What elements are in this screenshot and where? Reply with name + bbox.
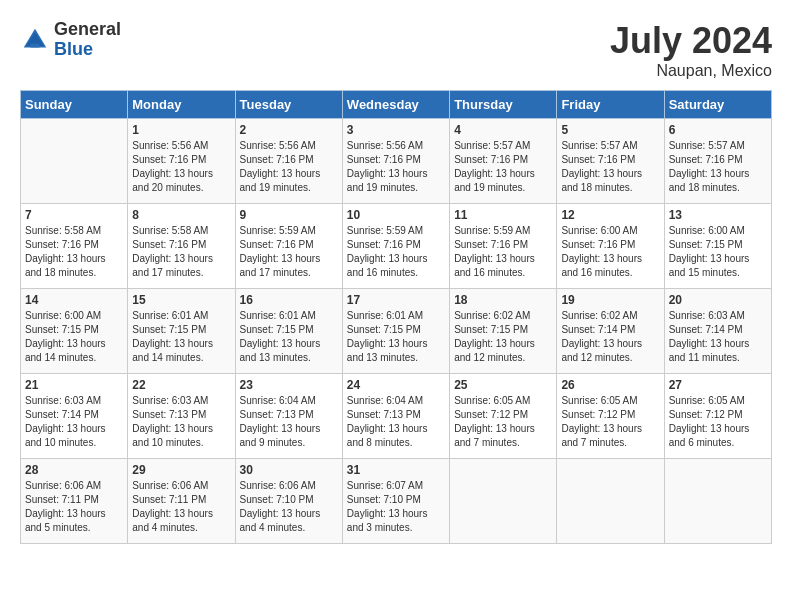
calendar-cell: 29Sunrise: 6:06 AM Sunset: 7:11 PM Dayli… — [128, 459, 235, 544]
calendar-cell: 19Sunrise: 6:02 AM Sunset: 7:14 PM Dayli… — [557, 289, 664, 374]
day-info: Sunrise: 6:03 AM Sunset: 7:13 PM Dayligh… — [132, 394, 230, 450]
day-info: Sunrise: 5:56 AM Sunset: 7:16 PM Dayligh… — [132, 139, 230, 195]
day-number: 10 — [347, 208, 445, 222]
header-row: SundayMondayTuesdayWednesdayThursdayFrid… — [21, 91, 772, 119]
day-number: 30 — [240, 463, 338, 477]
day-info: Sunrise: 6:02 AM Sunset: 7:14 PM Dayligh… — [561, 309, 659, 365]
day-number: 2 — [240, 123, 338, 137]
day-number: 8 — [132, 208, 230, 222]
calendar-cell: 6Sunrise: 5:57 AM Sunset: 7:16 PM Daylig… — [664, 119, 771, 204]
header-day-thursday: Thursday — [450, 91, 557, 119]
day-number: 1 — [132, 123, 230, 137]
day-info: Sunrise: 5:58 AM Sunset: 7:16 PM Dayligh… — [25, 224, 123, 280]
day-number: 29 — [132, 463, 230, 477]
day-number: 6 — [669, 123, 767, 137]
week-row-3: 21Sunrise: 6:03 AM Sunset: 7:14 PM Dayli… — [21, 374, 772, 459]
page-subtitle: Naupan, Mexico — [610, 62, 772, 80]
header-day-saturday: Saturday — [664, 91, 771, 119]
calendar-table: SundayMondayTuesdayWednesdayThursdayFrid… — [20, 90, 772, 544]
calendar-cell: 28Sunrise: 6:06 AM Sunset: 7:11 PM Dayli… — [21, 459, 128, 544]
day-info: Sunrise: 6:05 AM Sunset: 7:12 PM Dayligh… — [669, 394, 767, 450]
header-day-friday: Friday — [557, 91, 664, 119]
day-number: 11 — [454, 208, 552, 222]
day-number: 21 — [25, 378, 123, 392]
day-number: 5 — [561, 123, 659, 137]
calendar-cell: 18Sunrise: 6:02 AM Sunset: 7:15 PM Dayli… — [450, 289, 557, 374]
day-info: Sunrise: 5:56 AM Sunset: 7:16 PM Dayligh… — [240, 139, 338, 195]
day-number: 9 — [240, 208, 338, 222]
day-number: 18 — [454, 293, 552, 307]
page-title: July 2024 — [610, 20, 772, 62]
day-info: Sunrise: 6:02 AM Sunset: 7:15 PM Dayligh… — [454, 309, 552, 365]
day-number: 4 — [454, 123, 552, 137]
logo: General Blue — [20, 20, 121, 60]
calendar-cell: 14Sunrise: 6:00 AM Sunset: 7:15 PM Dayli… — [21, 289, 128, 374]
day-number: 16 — [240, 293, 338, 307]
calendar-cell: 22Sunrise: 6:03 AM Sunset: 7:13 PM Dayli… — [128, 374, 235, 459]
header-day-wednesday: Wednesday — [342, 91, 449, 119]
title-block: July 2024 Naupan, Mexico — [610, 20, 772, 80]
day-number: 12 — [561, 208, 659, 222]
day-info: Sunrise: 6:06 AM Sunset: 7:11 PM Dayligh… — [25, 479, 123, 535]
day-info: Sunrise: 5:59 AM Sunset: 7:16 PM Dayligh… — [240, 224, 338, 280]
calendar-cell: 15Sunrise: 6:01 AM Sunset: 7:15 PM Dayli… — [128, 289, 235, 374]
week-row-0: 1Sunrise: 5:56 AM Sunset: 7:16 PM Daylig… — [21, 119, 772, 204]
day-number: 24 — [347, 378, 445, 392]
calendar-cell — [557, 459, 664, 544]
day-info: Sunrise: 6:05 AM Sunset: 7:12 PM Dayligh… — [561, 394, 659, 450]
day-number: 13 — [669, 208, 767, 222]
day-number: 19 — [561, 293, 659, 307]
calendar-cell: 7Sunrise: 5:58 AM Sunset: 7:16 PM Daylig… — [21, 204, 128, 289]
day-info: Sunrise: 5:57 AM Sunset: 7:16 PM Dayligh… — [454, 139, 552, 195]
logo-text: General Blue — [54, 20, 121, 60]
day-number: 15 — [132, 293, 230, 307]
calendar-cell: 21Sunrise: 6:03 AM Sunset: 7:14 PM Dayli… — [21, 374, 128, 459]
calendar-cell: 17Sunrise: 6:01 AM Sunset: 7:15 PM Dayli… — [342, 289, 449, 374]
calendar-cell: 5Sunrise: 5:57 AM Sunset: 7:16 PM Daylig… — [557, 119, 664, 204]
day-info: Sunrise: 6:00 AM Sunset: 7:15 PM Dayligh… — [669, 224, 767, 280]
day-info: Sunrise: 5:57 AM Sunset: 7:16 PM Dayligh… — [669, 139, 767, 195]
day-info: Sunrise: 6:06 AM Sunset: 7:11 PM Dayligh… — [132, 479, 230, 535]
day-number: 20 — [669, 293, 767, 307]
day-number: 26 — [561, 378, 659, 392]
day-number: 22 — [132, 378, 230, 392]
day-info: Sunrise: 5:58 AM Sunset: 7:16 PM Dayligh… — [132, 224, 230, 280]
calendar-cell: 11Sunrise: 5:59 AM Sunset: 7:16 PM Dayli… — [450, 204, 557, 289]
day-number: 25 — [454, 378, 552, 392]
calendar-cell — [664, 459, 771, 544]
day-number: 28 — [25, 463, 123, 477]
day-info: Sunrise: 5:57 AM Sunset: 7:16 PM Dayligh… — [561, 139, 659, 195]
calendar-cell: 24Sunrise: 6:04 AM Sunset: 7:13 PM Dayli… — [342, 374, 449, 459]
day-info: Sunrise: 6:00 AM Sunset: 7:16 PM Dayligh… — [561, 224, 659, 280]
day-number: 17 — [347, 293, 445, 307]
calendar-cell: 31Sunrise: 6:07 AM Sunset: 7:10 PM Dayli… — [342, 459, 449, 544]
day-info: Sunrise: 6:04 AM Sunset: 7:13 PM Dayligh… — [240, 394, 338, 450]
day-info: Sunrise: 5:56 AM Sunset: 7:16 PM Dayligh… — [347, 139, 445, 195]
day-info: Sunrise: 6:00 AM Sunset: 7:15 PM Dayligh… — [25, 309, 123, 365]
day-number: 31 — [347, 463, 445, 477]
day-info: Sunrise: 6:07 AM Sunset: 7:10 PM Dayligh… — [347, 479, 445, 535]
logo-blue: Blue — [54, 39, 93, 59]
header-day-tuesday: Tuesday — [235, 91, 342, 119]
day-info: Sunrise: 5:59 AM Sunset: 7:16 PM Dayligh… — [347, 224, 445, 280]
calendar-cell: 26Sunrise: 6:05 AM Sunset: 7:12 PM Dayli… — [557, 374, 664, 459]
calendar-cell: 4Sunrise: 5:57 AM Sunset: 7:16 PM Daylig… — [450, 119, 557, 204]
calendar-cell: 20Sunrise: 6:03 AM Sunset: 7:14 PM Dayli… — [664, 289, 771, 374]
day-info: Sunrise: 6:01 AM Sunset: 7:15 PM Dayligh… — [240, 309, 338, 365]
day-info: Sunrise: 6:05 AM Sunset: 7:12 PM Dayligh… — [454, 394, 552, 450]
calendar-header: SundayMondayTuesdayWednesdayThursdayFrid… — [21, 91, 772, 119]
day-number: 7 — [25, 208, 123, 222]
day-info: Sunrise: 6:06 AM Sunset: 7:10 PM Dayligh… — [240, 479, 338, 535]
calendar-cell: 8Sunrise: 5:58 AM Sunset: 7:16 PM Daylig… — [128, 204, 235, 289]
calendar-body: 1Sunrise: 5:56 AM Sunset: 7:16 PM Daylig… — [21, 119, 772, 544]
calendar-cell: 9Sunrise: 5:59 AM Sunset: 7:16 PM Daylig… — [235, 204, 342, 289]
calendar-cell: 3Sunrise: 5:56 AM Sunset: 7:16 PM Daylig… — [342, 119, 449, 204]
day-number: 14 — [25, 293, 123, 307]
day-info: Sunrise: 6:01 AM Sunset: 7:15 PM Dayligh… — [132, 309, 230, 365]
calendar-cell: 23Sunrise: 6:04 AM Sunset: 7:13 PM Dayli… — [235, 374, 342, 459]
calendar-cell: 10Sunrise: 5:59 AM Sunset: 7:16 PM Dayli… — [342, 204, 449, 289]
week-row-4: 28Sunrise: 6:06 AM Sunset: 7:11 PM Dayli… — [21, 459, 772, 544]
page-header: General Blue July 2024 Naupan, Mexico — [20, 20, 772, 80]
day-info: Sunrise: 5:59 AM Sunset: 7:16 PM Dayligh… — [454, 224, 552, 280]
week-row-2: 14Sunrise: 6:00 AM Sunset: 7:15 PM Dayli… — [21, 289, 772, 374]
